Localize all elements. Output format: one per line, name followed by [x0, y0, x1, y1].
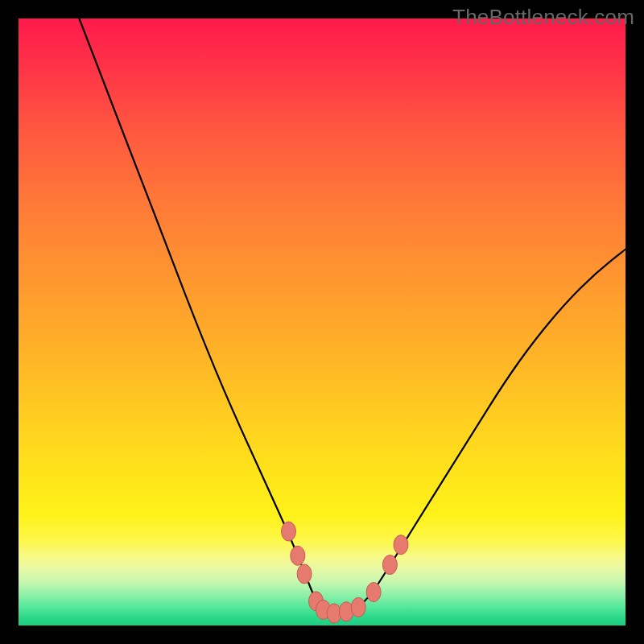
marker-valley-r1	[351, 597, 365, 617]
marker-right-high	[394, 535, 408, 555]
marker-left-low	[297, 564, 312, 584]
chart-frame: TheBottleneck.com	[0, 0, 644, 644]
marker-group	[282, 522, 409, 623]
marker-left-high	[282, 522, 296, 541]
watermark-text: TheBottleneck.com	[452, 5, 634, 30]
bottleneck-curve	[79, 19, 625, 613]
marker-left-mid	[291, 546, 305, 565]
marker-right-low	[366, 583, 381, 602]
marker-right-mid	[382, 555, 397, 575]
bottleneck-curve-path	[79, 19, 625, 613]
plot-area	[19, 19, 625, 625]
curve-layer	[19, 19, 625, 625]
